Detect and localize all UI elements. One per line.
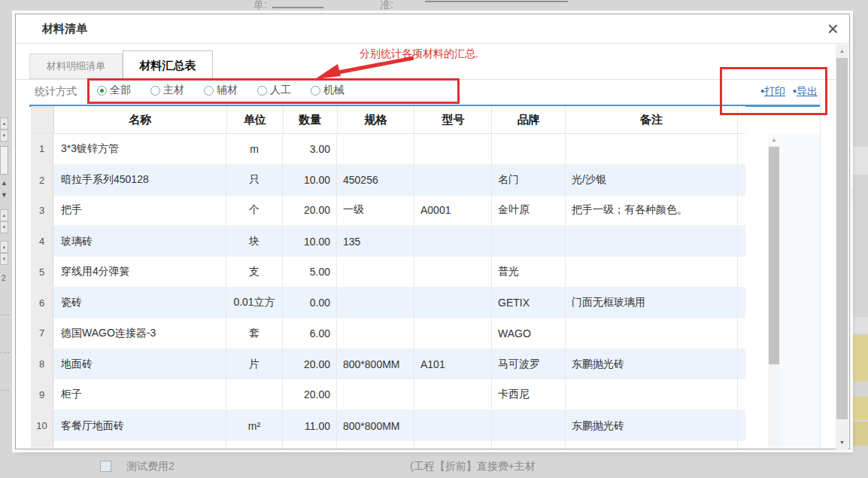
annotation-rect-radios	[87, 78, 460, 104]
scrollbar-thumb[interactable]	[769, 147, 779, 364]
table-row[interactable]: 1 3*3镀锌方管 m 3.00	[31, 134, 745, 165]
cell-qty	[283, 441, 337, 448]
table-row[interactable]: 10 客餐厅地面砖 m² 11.00 800*800MM 东鹏抛光砖	[31, 410, 745, 441]
cell-qty: 11.00	[283, 410, 337, 441]
bg-arrow-up-icon[interactable]: ▲	[1, 179, 8, 187]
table-row[interactable]: 9 柜子 20.00 卡西尼	[31, 379, 745, 410]
scrollbar-up-icon[interactable]: ▲	[768, 134, 780, 145]
dialog-vertical-scrollbar[interactable]: ▲ ▼	[836, 44, 848, 450]
cell-model	[414, 226, 492, 257]
cell-brand	[492, 410, 566, 441]
spinner-down-icon[interactable]: ▼	[0, 221, 8, 233]
bg-divider	[0, 352, 10, 353]
cell-name: 暗拉手系列450128	[53, 165, 226, 196]
cell-num: 3	[31, 196, 53, 226]
cell-name: 客餐厅地面砖	[53, 410, 226, 441]
cell-num: 8	[31, 349, 53, 380]
cell-spec	[337, 257, 414, 287]
bg-right-cell	[853, 147, 868, 175]
cell-unit: 套	[226, 318, 283, 349]
spinner-down-icon[interactable]: ▼	[0, 129, 8, 142]
cell-brand: 金叶原	[492, 196, 566, 226]
cell-tail	[738, 288, 745, 318]
table-row[interactable]: 2 暗拉手系列450128 只 10.00 450256 名门 光/沙银	[31, 165, 745, 196]
cell-unit: 0.01立方	[226, 288, 283, 318]
spinner-down-icon[interactable]: ▼	[0, 253, 8, 265]
cell-tail	[738, 379, 745, 409]
table-row[interactable]: 3 把手 个 20.00 一级 A0001 金叶原 把手一级；有各种颜色。	[31, 196, 745, 227]
table-row[interactable]: 5 穿线用4分弹簧 支 5.00 普光	[31, 257, 745, 288]
table-row[interactable]: 8 地面砖 片 20.00 800*800MM A101 马可波罗 东鹏抛光砖	[31, 349, 745, 380]
cell-num: 4	[31, 226, 53, 257]
cell-unit: 片	[226, 349, 283, 380]
tab-material-summary-table[interactable]: 材料汇总表	[123, 50, 213, 80]
table-row[interactable]: 7 德国WAGO连接器-3 套 6.00 WAGO	[31, 318, 745, 349]
cell-spec	[337, 441, 414, 448]
bg-spinner[interactable]: ▲ ▼	[0, 241, 8, 265]
cell-brand: GETIX	[492, 288, 566, 318]
spinner-up-icon[interactable]: ▲	[0, 241, 8, 253]
cell-qty: 5.00	[283, 257, 337, 287]
bg-right-cell	[853, 317, 868, 333]
cell-brand: 马可波罗	[492, 349, 566, 380]
table-row[interactable]: 6 瓷砖 0.01立方 0.00 GETIX 门面无框玻璃用	[31, 288, 745, 318]
cell-brand	[492, 134, 566, 164]
bg-divider	[0, 390, 10, 391]
cell-spec: 一级	[337, 196, 414, 226]
bg-arrow-down-icon[interactable]: ▼	[1, 191, 8, 199]
cell-name: 德国WAGO连接器-3	[53, 318, 226, 349]
footer-formula-text: (工程【折前】直接费+主材	[410, 460, 536, 473]
cell-model	[414, 379, 492, 409]
bg-spinner[interactable]: ▲ ▼	[0, 209, 8, 233]
cell-num: 5	[31, 257, 53, 287]
bg-right-tick	[851, 187, 853, 202]
cell-remark: 把手一级；有各种颜色。	[566, 196, 738, 226]
cell-remark	[566, 441, 738, 448]
cell-tail	[738, 257, 745, 287]
cell-num: 7	[31, 318, 53, 349]
scrollbar-thumb[interactable]	[836, 58, 848, 419]
cell-unit: 只	[226, 165, 283, 196]
cell-spec: 135	[337, 226, 414, 257]
bg-yellow-cell	[853, 335, 868, 382]
bg-input-box[interactable]	[0, 146, 8, 175]
cell-name: 玻璃砖	[53, 226, 226, 257]
spinner-up-icon[interactable]: ▲	[0, 209, 8, 221]
header-unit: 单位	[227, 106, 284, 133]
cell-tail	[738, 226, 745, 257]
cell-num: 2	[31, 165, 53, 196]
close-icon[interactable]: ×	[827, 17, 839, 40]
bg-yellow-cell	[853, 397, 868, 420]
scrollbar-down-icon[interactable]: ▼	[836, 437, 848, 449]
bg-superscript: 2	[2, 274, 6, 282]
scrollbar-up-icon[interactable]: ▲	[836, 46, 848, 56]
tab-label: 材料明细清单	[47, 59, 105, 73]
table-header-row: 名称 单位 数量 规格 型号 品牌 备注	[31, 106, 745, 134]
tab-material-detail-list[interactable]: 材料明细清单	[29, 53, 123, 79]
cell-tail	[738, 165, 745, 196]
bg-yellow-cell	[853, 422, 868, 446]
stat-method-label: 统计方式	[35, 85, 77, 99]
spinner-up-icon[interactable]: ▲	[0, 117, 8, 129]
cell-tail	[738, 134, 745, 164]
cell-num: 10	[31, 410, 53, 441]
cell-brand: WAGO	[492, 318, 566, 349]
content-right-border	[820, 93, 821, 448]
header-brand: 品牌	[492, 106, 566, 133]
header-row-number	[32, 106, 54, 133]
dialog-title: 材料清单	[42, 22, 87, 36]
cell-unit	[226, 379, 283, 409]
cell-brand: 普光	[492, 257, 566, 287]
bg-spinner[interactable]: ▲ ▼	[0, 117, 8, 142]
cell-spec	[337, 379, 414, 409]
cell-name: 柜子	[53, 379, 226, 409]
table-row[interactable]: 4 玻璃砖 块 10.00 135	[31, 226, 745, 257]
header-remark: 备注	[566, 106, 738, 133]
annotation-rect-print-export	[720, 67, 827, 115]
footer-checkbox[interactable]	[100, 461, 111, 472]
table-vertical-scrollbar[interactable]: ▲	[768, 134, 780, 448]
bg-input-underline	[272, 7, 323, 8]
cell-spec: 800*800MM	[337, 349, 414, 380]
cell-unit	[226, 441, 283, 448]
bg-input-underline	[425, 1, 568, 2]
